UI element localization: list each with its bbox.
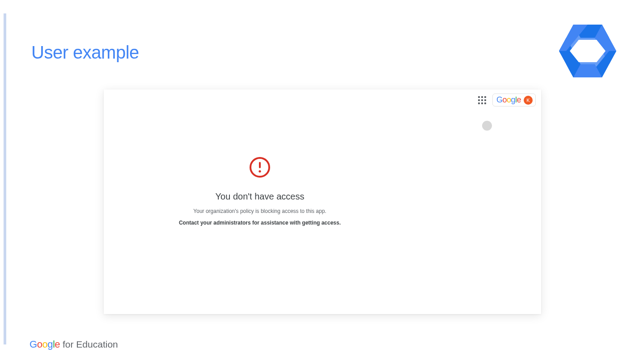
avatar: K [524, 96, 533, 105]
svg-rect-9 [259, 162, 261, 168]
google-logo: Google [496, 95, 521, 105]
svg-point-10 [258, 170, 261, 172]
admin-hexagon-icon [559, 25, 616, 77]
footer-suffix: for Education [63, 339, 118, 350]
footer-brand: Google for Education [30, 339, 118, 350]
slide-title: User example [31, 42, 139, 63]
error-subtitle: Your organization's policy is blocking a… [193, 208, 326, 214]
error-title: You don't have access [216, 191, 305, 202]
account-chip[interactable]: Google K [492, 93, 536, 106]
app-window: Google K You don't have access Your orga… [104, 89, 541, 314]
access-denied-panel: You don't have access Your organization'… [104, 157, 416, 226]
google-logo-footer: Google [30, 339, 60, 350]
topbar: Google K [478, 93, 536, 106]
error-exclamation-icon [249, 157, 271, 178]
error-action-text: Contact your administrators for assistan… [179, 220, 341, 226]
apps-launcher-icon[interactable] [478, 96, 486, 104]
slide-accent-bar [4, 13, 6, 344]
decorative-dot [482, 121, 492, 131]
